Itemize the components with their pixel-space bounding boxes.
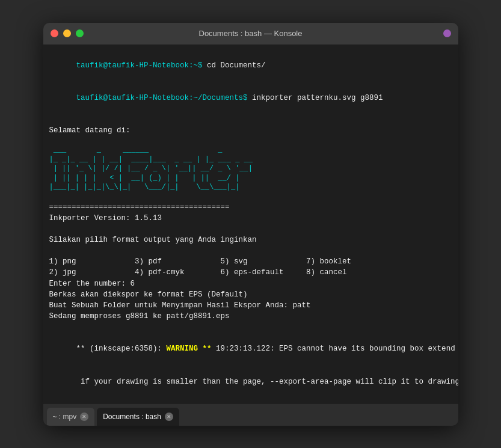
tab-mpv-label: ~ : mpv: [53, 413, 77, 421]
blank-2: [49, 224, 452, 235]
terminal-body[interactable]: taufik@taufik-HP-Notebook:~$ cd Document…: [43, 44, 458, 403]
tabbar: ~ : mpv ✕ Documents : bash ✕: [43, 403, 458, 426]
profile-dot: [443, 29, 451, 37]
tab-mpv-close[interactable]: ✕: [80, 413, 88, 421]
close-button[interactable]: [51, 29, 58, 37]
enter-number: Enter the number: 6: [49, 278, 452, 289]
window-buttons: [51, 29, 84, 37]
tab-mpv[interactable]: ~ : mpv ✕: [47, 408, 95, 426]
blank-5: [49, 398, 452, 403]
konsole-window: Documents : bash — Konsole taufik@taufik…: [43, 23, 458, 426]
tab-documents-bash-close[interactable]: ✕: [165, 413, 173, 421]
blank-1: [49, 114, 452, 125]
format-chosen: Berkas akan diekspor ke format EPS (Defa…: [49, 289, 452, 300]
titlebar: Documents : bash — Konsole: [43, 23, 458, 44]
format-prompt: Silakan pilih format output yang Anda in…: [49, 235, 452, 245]
blank-3: [49, 245, 452, 256]
blank-4: [49, 322, 452, 333]
tab-documents-bash-label: Documents : bash: [103, 413, 161, 421]
welcome-text: Selamat datang di:: [49, 125, 452, 136]
ascii-art-logo: ___ _ ______ _ |_ _|_ __ | | __| ____|__…: [49, 137, 452, 202]
menu-row-2: 2) jpg 4) pdf-cmyk 6) eps-default 8) can…: [49, 267, 452, 278]
warning-1-cont: if your drawing is smaller than the page…: [49, 366, 452, 398]
divider: ========================================: [49, 202, 452, 213]
folder-create: Buat Sebuah Folder untuk Menyimpan Hasil…: [49, 300, 452, 311]
window-title: Documents : bash — Konsole: [199, 29, 303, 38]
maximize-button[interactable]: [76, 29, 84, 37]
warning-1: ** (inkscape:6358): WARNING ** 19:23:13.…: [49, 333, 452, 365]
minimize-button[interactable]: [63, 29, 71, 37]
tab-documents-bash[interactable]: Documents : bash ✕: [97, 408, 179, 426]
menu-row-1: 1) png 3) pdf 5) svg 7) booklet: [49, 256, 452, 267]
cmd-line-2: taufik@taufik-HP-Notebook:~/Documents$ i…: [49, 82, 452, 114]
processing: Sedang memproses g8891 ke patt/g8891.eps: [49, 311, 452, 322]
version-line: Inkporter Version: 1.5.13: [49, 213, 452, 224]
cmd-line-1: taufik@taufik-HP-Notebook:~$ cd Document…: [49, 49, 452, 82]
